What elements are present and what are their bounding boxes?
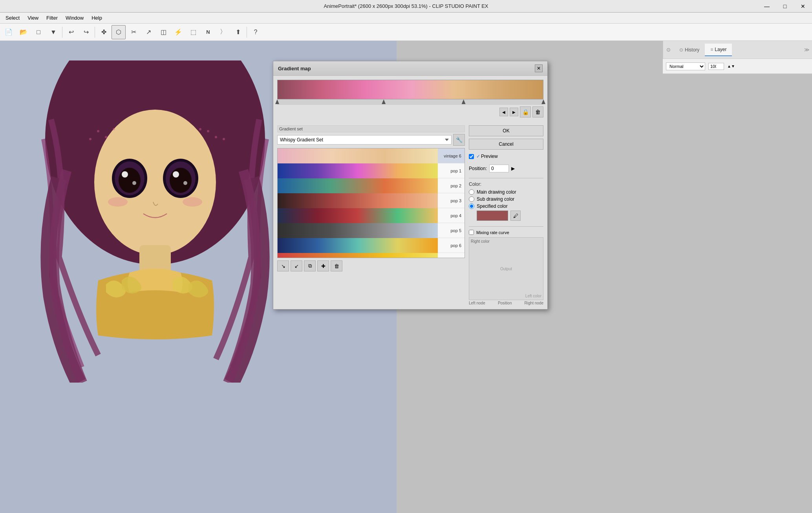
- list-item[interactable]: pop 2: [278, 178, 465, 193]
- list-item[interactable]: pop 3: [278, 193, 465, 208]
- blend-mode-select[interactable]: Normal: [666, 62, 705, 70]
- gradient-preview-section: [273, 76, 547, 105]
- align-button[interactable]: ⬆: [231, 25, 245, 39]
- menu-help[interactable]: Help: [88, 13, 106, 22]
- new-file-button[interactable]: 📄: [2, 25, 16, 39]
- position-arrow[interactable]: ▶: [511, 166, 515, 171]
- gradient-stop-0[interactable]: [275, 99, 279, 104]
- menu-filter[interactable]: Filter: [42, 13, 62, 22]
- dialog-close-button[interactable]: ✕: [535, 64, 543, 72]
- gradient-stop-2[interactable]: [462, 99, 466, 104]
- menu-select[interactable]: Select: [2, 13, 24, 22]
- import-from-canvas-button[interactable]: ↙: [291, 260, 302, 271]
- gradient-preview-pop3: [278, 193, 438, 208]
- gradient-stop-3[interactable]: [541, 99, 545, 104]
- gradient-preview-pop2: [278, 178, 438, 193]
- layer-button[interactable]: ⬚: [186, 25, 200, 39]
- dialog-right-panel: OK Cancel ✓ Preview Position: ▶ Color:: [469, 125, 543, 305]
- gradient-name-pop5: pop 5: [438, 228, 461, 233]
- window-close-button[interactable]: ✕: [794, 0, 812, 13]
- list-item[interactable]: pop 7: [278, 253, 465, 258]
- sub-drawing-color-radio[interactable]: [469, 196, 474, 202]
- gradient-preview-vintage6: [278, 148, 438, 163]
- color-swatch[interactable]: [477, 211, 508, 221]
- toolbar-separator-2: [95, 27, 95, 38]
- gradient-list[interactable]: vintage 6 pop 1 pop 2 pop 3: [277, 148, 465, 258]
- main-toolbar: 📄 📂 □ ▼ ↩ ↪ ✤ ⬡ ✂ ↗ ◫ ⚡ ⬚ N 〉 ⬆ ?: [0, 24, 812, 41]
- gradient-next-button[interactable]: ▶: [510, 108, 518, 116]
- gradient-set-select[interactable]: Whispy Gradient Set: [277, 135, 452, 145]
- svg-point-17: [105, 136, 107, 138]
- mixing-rate-checkbox[interactable]: [469, 230, 474, 235]
- gradient-trash-button[interactable]: 🗑: [532, 106, 543, 117]
- layer-blend-row: Normal ▲▼: [663, 59, 812, 74]
- gradient-prev-button[interactable]: ◀: [499, 108, 508, 116]
- delete-gradient-button[interactable]: 🗑: [331, 260, 342, 271]
- curve-container: Right color Output Left color: [469, 237, 543, 300]
- title-bar: AnimePortrait* (2600 x 2600px 300dpi 53.…: [0, 0, 812, 13]
- cut-button[interactable]: ✂: [126, 25, 141, 39]
- redo-button[interactable]: ↪: [79, 25, 93, 39]
- specified-color-radio[interactable]: [469, 203, 474, 209]
- list-item[interactable]: vintage 6: [278, 148, 465, 163]
- minimize-button[interactable]: —: [758, 0, 776, 13]
- menu-view[interactable]: View: [24, 13, 42, 22]
- gradient-name-pop2: pop 2: [438, 183, 461, 188]
- left-node-label: Left node: [469, 301, 485, 305]
- list-item[interactable]: pop 1: [278, 163, 465, 178]
- eyedropper-button[interactable]: 🖊: [510, 211, 521, 221]
- curve-bottom-row: Left node Position Right node: [469, 301, 543, 305]
- dialog-body: Gradient set Whispy Gradient Set 🔧 vinta…: [273, 121, 547, 309]
- grid-button[interactable]: ◫: [156, 25, 170, 39]
- output-label: Output: [500, 267, 512, 271]
- help-button[interactable]: ?: [249, 25, 263, 39]
- gradient-list-toolbar: ↘ ↙ ⧉ ✚ 🗑: [277, 258, 465, 274]
- open-file-button[interactable]: 📂: [16, 25, 31, 39]
- list-item[interactable]: pop 4: [278, 208, 465, 223]
- undo-button[interactable]: ↩: [64, 25, 78, 39]
- export-to-canvas-button[interactable]: ↘: [277, 260, 289, 271]
- list-item[interactable]: pop 6: [278, 238, 465, 253]
- mixing-rate-label: Mixing rate curve: [476, 230, 509, 235]
- opacity-stepper[interactable]: ▲▼: [727, 64, 735, 68]
- canvas-dropdown-button[interactable]: ▼: [46, 25, 60, 39]
- preview-checkbox[interactable]: [469, 154, 474, 159]
- window-controls: — □ ✕: [758, 0, 812, 13]
- maximize-button[interactable]: □: [776, 0, 794, 13]
- window-title: AnimePortrait* (2600 x 2600px 300dpi 53.…: [324, 3, 488, 9]
- svg-point-13: [108, 197, 128, 207]
- main-drawing-color-radio[interactable]: [469, 189, 474, 195]
- menu-window[interactable]: Window: [62, 13, 88, 22]
- text-button[interactable]: N: [201, 25, 215, 39]
- copy-gradient-button[interactable]: ⧉: [304, 260, 316, 271]
- checkmark-icon: ✓: [476, 154, 480, 159]
- add-gradient-button[interactable]: ✚: [317, 260, 329, 271]
- canvas-border-button[interactable]: □: [31, 25, 46, 39]
- selection-button[interactable]: ⬡: [112, 25, 126, 39]
- gradient-preview-bar[interactable]: [277, 80, 543, 99]
- panel-header: ⊙ ⊙ History ≡ Layer ≫: [663, 41, 812, 59]
- svg-point-23: [223, 138, 225, 140]
- gradient-preview-pop7: [278, 253, 438, 258]
- gradient-preview-pop4: [278, 208, 438, 223]
- snap-button[interactable]: ⚡: [171, 25, 185, 39]
- gradient-lock-button[interactable]: 🔒: [520, 106, 531, 117]
- svg-point-20: [207, 130, 209, 132]
- transform-button[interactable]: ✤: [97, 25, 111, 39]
- list-item[interactable]: pop 5: [278, 223, 465, 238]
- layer-tab[interactable]: ≡ Layer: [705, 44, 732, 56]
- ok-button[interactable]: OK: [469, 125, 543, 136]
- main-color-option: Main drawing color: [469, 189, 543, 195]
- position-input[interactable]: [489, 165, 509, 172]
- specified-color-swatch-row: 🖊: [477, 211, 543, 221]
- bracket-button[interactable]: 〉: [216, 25, 230, 39]
- dialog-title: Gradient map: [278, 66, 311, 71]
- move-button[interactable]: ↗: [141, 25, 155, 39]
- opacity-input[interactable]: [708, 63, 724, 70]
- svg-point-5: [119, 168, 141, 193]
- gradient-stop-1[interactable]: [382, 99, 386, 104]
- cancel-button[interactable]: Cancel: [469, 139, 543, 150]
- history-tab[interactable]: ⊙ History: [674, 44, 705, 56]
- gradient-settings-button[interactable]: 🔧: [453, 134, 465, 146]
- position-node-label: Position: [498, 301, 512, 305]
